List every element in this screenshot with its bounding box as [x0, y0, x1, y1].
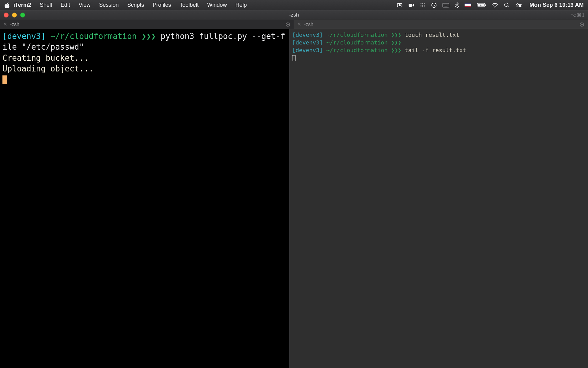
wifi-icon[interactable]: [492, 3, 498, 8]
svg-rect-21: [485, 4, 486, 6]
menubar-clock[interactable]: Mon Sep 6 10:13 AM: [530, 2, 584, 8]
svg-line-24: [508, 6, 509, 7]
facetime-icon[interactable]: [408, 2, 414, 8]
prompt-arrows: ❯❯❯: [391, 32, 401, 38]
prompt-env: [devenv3]: [292, 47, 323, 53]
cursor-icon: [2, 75, 7, 84]
control-center-icon[interactable]: [515, 3, 522, 8]
prompt-path: ~/r/cloudformation: [326, 32, 387, 38]
output-line: Uploading object...: [2, 64, 93, 73]
window-hotkey-indicator: ⌥⌘1: [571, 12, 585, 18]
prompt-path: ~/r/cloudformation: [51, 32, 137, 41]
svg-point-11: [424, 6, 425, 7]
tab-close-icon[interactable]: ✕: [297, 21, 301, 27]
menu-session[interactable]: Session: [99, 2, 119, 8]
window-minimize-button[interactable]: [12, 13, 17, 17]
grid-icon[interactable]: [420, 2, 425, 8]
svg-point-22: [495, 7, 495, 7]
macos-menubar: iTerm2 Shell Edit View Session Scripts P…: [0, 0, 588, 10]
spotlight-icon[interactable]: [504, 2, 510, 8]
menubar-tray: Mon Sep 6 10:13 AM: [397, 2, 584, 8]
tab-label: -zsh: [10, 22, 19, 27]
svg-rect-2: [409, 4, 412, 7]
prompt-env: [devenv3]: [2, 32, 46, 41]
menu-edit[interactable]: Edit: [61, 2, 70, 8]
prompt-path: ~/r/cloudformation: [326, 39, 387, 46]
tab-menu-icon[interactable]: [285, 22, 291, 27]
split-panes: [devenv3] ~/r/cloudformation ❯❯❯ python3…: [0, 29, 588, 368]
terminal-pane-left[interactable]: [devenv3] ~/r/cloudformation ❯❯❯ python3…: [0, 29, 290, 368]
terminal-pane-right[interactable]: [devenv3] ~/r/cloudformation ❯❯❯ touch r…: [290, 29, 588, 368]
svg-point-9: [420, 6, 421, 7]
svg-rect-13: [443, 3, 449, 7]
bluetooth-icon[interactable]: [455, 2, 459, 8]
typed-command: tail -f result.txt: [405, 47, 466, 53]
menu-shell[interactable]: Shell: [40, 2, 52, 8]
svg-point-3: [420, 3, 421, 4]
piezo-icon[interactable]: [431, 2, 437, 8]
output-line: Creating bucket...: [2, 53, 89, 63]
window-zoom-button[interactable]: [20, 13, 25, 17]
app-name[interactable]: iTerm2: [13, 2, 31, 8]
prompt-arrows: ❯❯❯: [391, 39, 401, 46]
prompt-arrows: ❯❯❯: [141, 32, 156, 41]
prompt-arrows: ❯❯❯: [391, 47, 401, 53]
window-title: -zsh: [0, 12, 588, 18]
prompt-env: [devenv3]: [292, 39, 323, 46]
tab-menu-icon[interactable]: [579, 22, 585, 27]
menu-help[interactable]: Help: [236, 2, 247, 8]
prompt-env: [devenv3]: [292, 32, 323, 38]
tab-label: -zsh: [304, 22, 313, 27]
tab-2[interactable]: ✕ -zsh: [294, 20, 588, 29]
svg-point-10: [422, 6, 423, 7]
svg-point-6: [420, 5, 421, 6]
svg-point-1: [399, 4, 401, 6]
svg-point-4: [422, 3, 423, 4]
input-source-us-icon[interactable]: [465, 3, 471, 7]
tab-strip: ✕ -zsh ✕ -zsh: [0, 20, 588, 29]
svg-point-7: [422, 5, 423, 6]
svg-point-28: [519, 5, 521, 7]
prompt-path: ~/r/cloudformation: [326, 47, 387, 53]
tab-1[interactable]: ✕ -zsh: [0, 20, 294, 29]
menu-view[interactable]: View: [79, 2, 91, 8]
menu-scripts[interactable]: Scripts: [127, 2, 144, 8]
cursor-icon: [292, 55, 296, 61]
traffic-lights: [4, 13, 25, 17]
menu-profiles[interactable]: Profiles: [153, 2, 171, 8]
typed-command: touch result.txt: [405, 32, 459, 38]
battery-icon[interactable]: [477, 3, 486, 8]
svg-point-26: [517, 3, 518, 5]
svg-point-5: [424, 3, 425, 4]
menu-window[interactable]: Window: [207, 2, 227, 8]
menu-toolbelt[interactable]: Toolbelt: [180, 2, 199, 8]
window-titlebar[interactable]: -zsh ⌥⌘1: [0, 10, 588, 20]
apple-logo-icon[interactable]: [4, 2, 10, 8]
keys-icon[interactable]: [443, 3, 449, 8]
iterm-window: -zsh ⌥⌘1 ✕ -zsh ✕ -zsh [devenv3] ~/r/clo…: [0, 10, 588, 368]
tab-close-icon[interactable]: ✕: [3, 21, 7, 27]
window-close-button[interactable]: [4, 13, 9, 17]
svg-point-8: [424, 5, 425, 6]
screen-record-icon[interactable]: [397, 2, 403, 8]
